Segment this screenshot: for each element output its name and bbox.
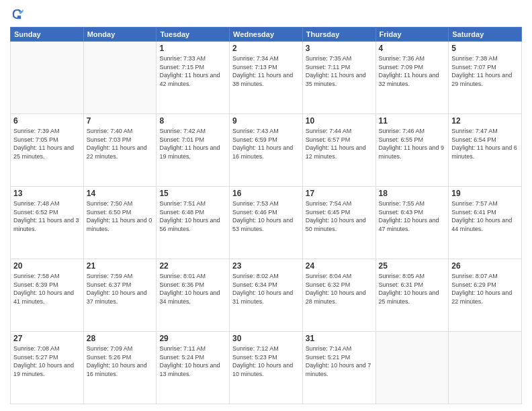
day-number: 25 [379, 261, 446, 271]
day-info: Sunrise: 7:44 AM Sunset: 6:57 PM Dayligh… [306, 127, 373, 161]
day-info: Sunrise: 8:01 AM Sunset: 6:36 PM Dayligh… [159, 272, 226, 306]
calendar-cell: 13Sunrise: 7:48 AM Sunset: 6:52 PM Dayli… [11, 187, 84, 259]
day-info: Sunrise: 7:59 AM Sunset: 6:37 PM Dayligh… [87, 272, 154, 306]
calendar-cell [449, 332, 522, 404]
day-info: Sunrise: 7:09 AM Sunset: 5:26 PM Dayligh… [87, 345, 154, 378]
day-number: 16 [232, 189, 300, 198]
day-info: Sunrise: 8:02 AM Sunset: 6:34 PM Dayligh… [232, 272, 300, 306]
day-number: 14 [87, 189, 154, 198]
day-header-monday: Monday [83, 28, 157, 42]
day-number: 24 [306, 261, 373, 271]
week-row-3: 13Sunrise: 7:48 AM Sunset: 6:52 PM Dayli… [11, 187, 522, 259]
day-header-wednesday: Wednesday [230, 28, 303, 42]
day-number: 18 [379, 189, 446, 198]
calendar-cell: 7Sunrise: 7:40 AM Sunset: 7:03 PM Daylig… [83, 114, 157, 187]
calendar-cell: 21Sunrise: 7:59 AM Sunset: 6:37 PM Dayli… [83, 259, 157, 332]
calendar-cell: 5Sunrise: 7:38 AM Sunset: 7:07 PM Daylig… [449, 42, 522, 114]
calendar-cell: 20Sunrise: 7:58 AM Sunset: 6:39 PM Dayli… [11, 259, 84, 332]
calendar-cell: 11Sunrise: 7:46 AM Sunset: 6:55 PM Dayli… [375, 114, 449, 187]
calendar-cell: 18Sunrise: 7:55 AM Sunset: 6:43 PM Dayli… [375, 187, 449, 259]
day-number: 30 [232, 334, 300, 343]
day-info: Sunrise: 7:12 AM Sunset: 5:23 PM Dayligh… [232, 345, 300, 378]
calendar-cell: 19Sunrise: 7:57 AM Sunset: 6:41 PM Dayli… [449, 187, 522, 259]
day-number: 13 [13, 189, 81, 198]
calendar-header: SundayMondayTuesdayWednesdayThursdayFrid… [11, 28, 522, 42]
day-number: 20 [13, 261, 81, 271]
day-info: Sunrise: 7:14 AM Sunset: 5:21 PM Dayligh… [306, 345, 373, 378]
calendar-cell: 27Sunrise: 7:08 AM Sunset: 5:27 PM Dayli… [11, 332, 84, 404]
day-info: Sunrise: 7:39 AM Sunset: 7:05 PM Dayligh… [13, 127, 81, 161]
calendar-cell: 14Sunrise: 7:50 AM Sunset: 6:50 PM Dayli… [83, 187, 157, 259]
week-row-5: 27Sunrise: 7:08 AM Sunset: 5:27 PM Dayli… [11, 332, 522, 404]
day-info: Sunrise: 7:34 AM Sunset: 7:13 PM Dayligh… [232, 54, 300, 88]
day-number: 11 [379, 116, 446, 126]
day-number: 3 [306, 44, 373, 53]
day-info: Sunrise: 7:57 AM Sunset: 6:41 PM Dayligh… [451, 199, 519, 233]
day-info: Sunrise: 7:46 AM Sunset: 6:55 PM Dayligh… [379, 127, 446, 161]
day-header-saturday: Saturday [449, 28, 522, 42]
day-info: Sunrise: 7:08 AM Sunset: 5:27 PM Dayligh… [13, 345, 81, 378]
calendar-cell [375, 332, 449, 404]
calendar-cell: 9Sunrise: 7:43 AM Sunset: 6:59 PM Daylig… [230, 114, 303, 187]
logo-icon [10, 7, 25, 21]
calendar-body: 1Sunrise: 7:33 AM Sunset: 7:15 PM Daylig… [11, 42, 522, 404]
day-info: Sunrise: 7:47 AM Sunset: 6:54 PM Dayligh… [451, 127, 519, 161]
day-info: Sunrise: 7:50 AM Sunset: 6:50 PM Dayligh… [87, 199, 154, 233]
day-header-thursday: Thursday [302, 28, 375, 42]
day-header-friday: Friday [375, 28, 449, 42]
day-number: 12 [451, 116, 519, 126]
day-number: 28 [87, 334, 154, 343]
day-info: Sunrise: 7:36 AM Sunset: 7:09 PM Dayligh… [379, 54, 446, 88]
day-number: 21 [87, 261, 154, 271]
calendar-cell: 23Sunrise: 8:02 AM Sunset: 6:34 PM Dayli… [230, 259, 303, 332]
calendar-cell: 30Sunrise: 7:12 AM Sunset: 5:23 PM Dayli… [230, 332, 303, 404]
day-number: 6 [13, 116, 81, 126]
calendar-cell: 26Sunrise: 8:07 AM Sunset: 6:29 PM Dayli… [449, 259, 522, 332]
day-number: 8 [159, 116, 226, 126]
calendar-cell: 8Sunrise: 7:42 AM Sunset: 7:01 PM Daylig… [157, 114, 230, 187]
calendar-cell [11, 42, 84, 114]
day-info: Sunrise: 7:58 AM Sunset: 6:39 PM Dayligh… [13, 272, 81, 306]
day-number: 1 [159, 44, 226, 53]
calendar-cell: 22Sunrise: 8:01 AM Sunset: 6:36 PM Dayli… [157, 259, 230, 332]
day-info: Sunrise: 7:51 AM Sunset: 6:48 PM Dayligh… [159, 199, 226, 233]
day-number: 10 [306, 116, 373, 126]
logo [10, 7, 28, 21]
day-number: 23 [232, 261, 300, 271]
day-info: Sunrise: 7:54 AM Sunset: 6:45 PM Dayligh… [306, 199, 373, 233]
day-info: Sunrise: 7:11 AM Sunset: 5:24 PM Dayligh… [159, 345, 226, 378]
week-row-4: 20Sunrise: 7:58 AM Sunset: 6:39 PM Dayli… [11, 259, 522, 332]
day-number: 2 [232, 44, 300, 53]
calendar-cell: 2Sunrise: 7:34 AM Sunset: 7:13 PM Daylig… [230, 42, 303, 114]
calendar-cell: 28Sunrise: 7:09 AM Sunset: 5:26 PM Dayli… [83, 332, 157, 404]
day-number: 15 [159, 189, 226, 198]
day-number: 5 [451, 44, 519, 53]
day-info: Sunrise: 8:07 AM Sunset: 6:29 PM Dayligh… [451, 272, 519, 306]
calendar-cell: 10Sunrise: 7:44 AM Sunset: 6:57 PM Dayli… [302, 114, 375, 187]
calendar-cell: 6Sunrise: 7:39 AM Sunset: 7:05 PM Daylig… [11, 114, 84, 187]
calendar-cell [83, 42, 157, 114]
day-info: Sunrise: 8:05 AM Sunset: 6:31 PM Dayligh… [379, 272, 446, 306]
week-row-1: 1Sunrise: 7:33 AM Sunset: 7:15 PM Daylig… [11, 42, 522, 114]
day-number: 19 [451, 189, 519, 198]
header-row: SundayMondayTuesdayWednesdayThursdayFrid… [11, 28, 522, 42]
day-info: Sunrise: 7:48 AM Sunset: 6:52 PM Dayligh… [13, 199, 81, 233]
calendar-cell: 24Sunrise: 8:04 AM Sunset: 6:32 PM Dayli… [302, 259, 375, 332]
header [10, 7, 522, 21]
calendar-cell: 31Sunrise: 7:14 AM Sunset: 5:21 PM Dayli… [302, 332, 375, 404]
day-info: Sunrise: 7:43 AM Sunset: 6:59 PM Dayligh… [232, 127, 300, 161]
day-number: 29 [159, 334, 226, 343]
day-number: 27 [13, 334, 81, 343]
week-row-2: 6Sunrise: 7:39 AM Sunset: 7:05 PM Daylig… [11, 114, 522, 187]
calendar-cell: 29Sunrise: 7:11 AM Sunset: 5:24 PM Dayli… [157, 332, 230, 404]
day-number: 7 [87, 116, 154, 126]
calendar-cell: 15Sunrise: 7:51 AM Sunset: 6:48 PM Dayli… [157, 187, 230, 259]
calendar-cell: 12Sunrise: 7:47 AM Sunset: 6:54 PM Dayli… [449, 114, 522, 187]
day-number: 9 [232, 116, 300, 126]
day-number: 4 [379, 44, 446, 53]
calendar-cell: 16Sunrise: 7:53 AM Sunset: 6:46 PM Dayli… [230, 187, 303, 259]
page: SundayMondayTuesdayWednesdayThursdayFrid… [0, 0, 532, 411]
day-number: 31 [306, 334, 373, 343]
calendar-cell: 3Sunrise: 7:35 AM Sunset: 7:11 PM Daylig… [302, 42, 375, 114]
day-info: Sunrise: 8:04 AM Sunset: 6:32 PM Dayligh… [306, 272, 373, 306]
